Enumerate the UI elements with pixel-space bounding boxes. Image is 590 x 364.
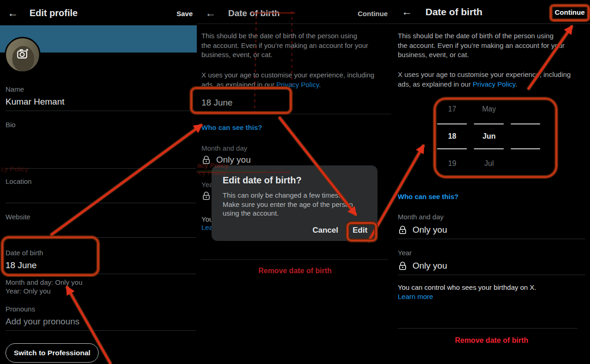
picker-day-option[interactable]: 19 bbox=[448, 159, 456, 168]
privacy-policy-link[interactable]: Privacy Policy bbox=[473, 80, 515, 88]
text-line: ads, as explained in our Privacy Policy. bbox=[398, 80, 571, 89]
lock-icon bbox=[398, 225, 407, 235]
text-fragment: ads, as explained in our bbox=[201, 81, 277, 88]
divider bbox=[197, 23, 393, 24]
dialog-body: This can only be changed a few times. Ma… bbox=[223, 191, 353, 218]
cancel-button[interactable]: Cancel bbox=[313, 226, 338, 235]
text-line: business, event, or cat. bbox=[398, 50, 565, 60]
month-day-label: Month and day bbox=[398, 213, 443, 221]
pronouns-label: Pronouns bbox=[6, 305, 35, 313]
age-usage-description: X uses your age to customise your experi… bbox=[398, 70, 571, 89]
page-title: Edit profile bbox=[30, 8, 77, 18]
text-line: business, event, or cat. bbox=[201, 50, 368, 60]
divider bbox=[6, 111, 196, 111]
divider bbox=[201, 259, 388, 260]
text-line: ads, as explained in our Privacy Policy. bbox=[201, 80, 374, 90]
divider bbox=[6, 203, 196, 203]
back-icon[interactable]: ← bbox=[205, 8, 216, 18]
year-label: Year bbox=[398, 249, 412, 257]
text-line: the account. Even if you’re making an ac… bbox=[398, 41, 565, 51]
text-line: X uses your age to customise your experi… bbox=[398, 70, 571, 80]
edit-dob-dialog: Edit date of birth? This can only be cha… bbox=[212, 165, 378, 241]
month-day-visibility-value: Only you bbox=[216, 155, 251, 165]
year-visibility-row[interactable]: Only you bbox=[398, 261, 447, 271]
avatar[interactable] bbox=[5, 37, 41, 73]
name-label: Name bbox=[6, 85, 24, 93]
website-label: Website bbox=[6, 213, 30, 221]
dialog-title: Edit date of birth? bbox=[223, 175, 301, 186]
birthday-control-text: You can control who sees your birthday o… bbox=[398, 283, 536, 291]
lock-icon bbox=[201, 191, 211, 201]
camera-icon bbox=[15, 47, 30, 63]
who-can-see-link[interactable]: Who can see this? bbox=[398, 193, 459, 200]
dob-description: This should be the date of birth of the … bbox=[398, 31, 565, 60]
pronouns-field[interactable]: Add your pronouns bbox=[6, 317, 80, 327]
lock-icon bbox=[398, 261, 407, 271]
month-day-visibility-value: Only you bbox=[413, 225, 447, 235]
month-day-visibility-row[interactable]: Only you bbox=[398, 225, 447, 235]
dob-label: Date of birth bbox=[6, 249, 43, 257]
who-can-see-link[interactable]: Who can see this? bbox=[201, 123, 262, 131]
text-line: This can only be changed a few times. bbox=[223, 191, 353, 200]
divider bbox=[6, 274, 196, 274]
text-fragment: ads, as explained in our bbox=[398, 80, 473, 88]
dob-visibility-year: Year: Only you bbox=[6, 287, 51, 295]
date-of-birth-picker-screen: ← Date of birth Continue This should be … bbox=[393, 0, 590, 364]
dob-description: This should be the date of birth of the … bbox=[201, 31, 368, 60]
save-button[interactable]: Save bbox=[177, 10, 193, 18]
picker-month-option[interactable]: May bbox=[482, 105, 496, 113]
dob-field[interactable]: 18 June bbox=[201, 98, 233, 108]
text-line: Make sure you enter the age of the perso… bbox=[223, 200, 353, 209]
back-icon[interactable]: ← bbox=[7, 8, 18, 18]
text-line: X uses your age to customise your experi… bbox=[201, 70, 374, 80]
text-line: This should be the date of birth of the … bbox=[398, 31, 565, 41]
back-icon[interactable]: ← bbox=[401, 6, 412, 17]
dob-visibility-month-day: Month and day: Only you bbox=[6, 278, 83, 286]
picker-month-selected[interactable]: Jun bbox=[483, 132, 496, 141]
picker-separator bbox=[474, 148, 504, 149]
text-line: the account. Even if you’re making an ac… bbox=[201, 41, 368, 51]
picker-month-option[interactable]: Jul bbox=[484, 159, 494, 168]
learn-more-link[interactable]: Learn more bbox=[398, 293, 433, 300]
divider bbox=[6, 237, 196, 238]
month-day-visibility-row[interactable]: Only you bbox=[201, 155, 251, 165]
picker-separator bbox=[511, 123, 540, 124]
picker-separator bbox=[511, 148, 540, 149]
edit-profile-screen: ← Edit profile Save Name Kumar Hemant Bi… bbox=[0, 0, 197, 364]
continue-button[interactable]: Continue bbox=[358, 10, 388, 18]
privacy-policy-link[interactable]: Privacy Policy bbox=[277, 81, 319, 88]
location-label: Location bbox=[6, 177, 32, 185]
picker-day-option[interactable]: 17 bbox=[448, 105, 456, 113]
divider bbox=[6, 168, 196, 169]
divider bbox=[398, 239, 585, 239]
picker-separator bbox=[474, 123, 504, 124]
year-visibility-value: Only you bbox=[413, 261, 447, 271]
text-line: This should be the date of birth of the … bbox=[201, 31, 368, 41]
picker-separator bbox=[437, 148, 467, 149]
page-title: Date of birth bbox=[228, 8, 280, 18]
picker-separator bbox=[437, 123, 467, 124]
text-line: using the account. bbox=[223, 209, 353, 218]
text-fragment: . bbox=[319, 81, 321, 88]
picker-day-selected[interactable]: 18 bbox=[448, 132, 456, 141]
month-day-label: Month and day bbox=[201, 144, 247, 152]
divider bbox=[6, 330, 196, 331]
page-title: Date of birth bbox=[425, 6, 483, 18]
remove-dob-link[interactable]: Remove date of birth bbox=[393, 336, 590, 345]
age-usage-description: X uses your age to customise your experi… bbox=[201, 70, 374, 89]
dob-field[interactable]: 18 June bbox=[6, 260, 37, 270]
divider bbox=[393, 23, 590, 24]
lock-icon bbox=[201, 155, 211, 165]
continue-button[interactable]: Continue bbox=[550, 5, 589, 20]
edit-button[interactable]: Edit bbox=[353, 226, 367, 235]
divider bbox=[201, 114, 391, 114]
switch-to-professional-button[interactable]: Switch to Professional bbox=[6, 343, 99, 363]
remove-dob-link[interactable]: Remove date of birth bbox=[197, 267, 393, 275]
divider bbox=[398, 275, 585, 275]
name-field[interactable]: Kumar Hemant bbox=[6, 97, 65, 107]
divider bbox=[398, 328, 578, 329]
bio-label: Bio bbox=[6, 121, 16, 129]
text-fragment: . bbox=[515, 80, 517, 88]
